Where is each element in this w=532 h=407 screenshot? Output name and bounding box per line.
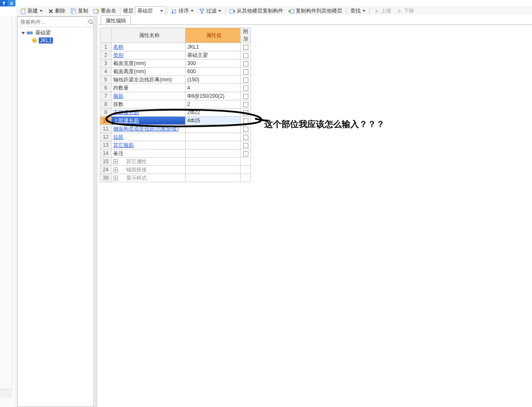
tree-root-node[interactable]: 基础梁 bbox=[19, 29, 93, 37]
property-row[interactable]: 5轴线距梁左边线距离(mm)(150) bbox=[100, 76, 251, 84]
checkbox-icon[interactable] bbox=[243, 110, 248, 115]
property-name-cell[interactable]: 上部通长筋 bbox=[111, 117, 186, 125]
checkbox-icon[interactable] bbox=[243, 151, 248, 156]
property-add-cell[interactable] bbox=[241, 141, 251, 149]
property-add-cell[interactable] bbox=[241, 84, 251, 92]
checkbox-icon[interactable] bbox=[243, 61, 248, 66]
property-name-cell[interactable]: 跨数量 bbox=[111, 84, 186, 92]
checkbox-icon[interactable] bbox=[243, 69, 248, 75]
search-button[interactable] bbox=[87, 17, 94, 27]
property-row[interactable]: 6跨数量4 bbox=[100, 84, 251, 92]
property-name-cell[interactable]: 轴线距梁左边线距离(mm) bbox=[111, 76, 186, 84]
property-name[interactable]: 名称 bbox=[113, 44, 124, 50]
checkbox-icon[interactable] bbox=[243, 127, 248, 132]
checkbox-icon[interactable] bbox=[243, 135, 248, 140]
expand-toggle-icon[interactable]: + bbox=[113, 176, 118, 180]
property-name-cell[interactable]: +其它属性 bbox=[111, 158, 186, 166]
property-add-cell[interactable] bbox=[241, 125, 251, 133]
property-value-cell[interactable]: 4Φ25 bbox=[186, 117, 241, 125]
property-value-cell[interactable] bbox=[186, 133, 241, 141]
property-name-cell[interactable]: 侧面构造或受扭筋(总配筋值) bbox=[111, 125, 186, 133]
checkbox-icon[interactable] bbox=[243, 143, 248, 148]
property-value-cell[interactable]: (150) bbox=[186, 76, 241, 84]
property-add-cell[interactable] bbox=[241, 92, 251, 100]
expand-toggle-icon[interactable]: + bbox=[113, 159, 118, 164]
property-name-cell[interactable]: 其它箍筋 bbox=[111, 141, 186, 149]
property-value-cell[interactable] bbox=[186, 158, 241, 166]
property-add-cell[interactable] bbox=[241, 109, 251, 117]
checkbox-icon[interactable] bbox=[243, 53, 248, 58]
property-name-cell[interactable]: 名称 bbox=[111, 43, 186, 51]
property-name[interactable]: 上部通长筋 bbox=[113, 118, 139, 124]
property-row[interactable]: 3截面宽度(mm)300 bbox=[100, 59, 251, 68]
property-add-cell[interactable] bbox=[241, 51, 251, 59]
property-name-cell[interactable]: 下部通长筋 bbox=[111, 109, 186, 117]
property-row[interactable]: 13其它箍筋 bbox=[100, 141, 251, 149]
property-value-cell[interactable]: 2 bbox=[186, 100, 241, 109]
property-row[interactable]: 8肢数2 bbox=[100, 100, 251, 109]
property-name-cell[interactable]: 截面宽度(mm) bbox=[111, 59, 186, 68]
property-value-cell[interactable]: Φ8@150/200(2) bbox=[186, 92, 241, 100]
property-value-cell[interactable] bbox=[186, 166, 241, 174]
property-name-cell[interactable]: +锚固搭接 bbox=[111, 166, 186, 174]
property-add-cell[interactable] bbox=[241, 166, 251, 174]
checkbox-icon[interactable] bbox=[243, 118, 248, 124]
property-name[interactable]: 拉筋 bbox=[113, 134, 124, 140]
property-name-cell[interactable]: 箍筋 bbox=[111, 92, 186, 100]
property-row[interactable]: 7箍筋Φ8@150/200(2) bbox=[100, 92, 251, 100]
checkbox-icon[interactable] bbox=[243, 45, 248, 50]
property-add-cell[interactable] bbox=[241, 117, 251, 125]
expand-toggle-icon[interactable]: + bbox=[113, 168, 118, 172]
property-name[interactable]: 其它箍筋 bbox=[113, 142, 134, 148]
property-table[interactable]: 属性名称 属性值 附加 1名称JKL12类别基础主梁3截面宽度(mm)3004截… bbox=[100, 28, 251, 182]
new-button[interactable]: 新建 bbox=[18, 6, 45, 16]
property-value-cell[interactable] bbox=[186, 149, 241, 158]
component-tree[interactable]: 基础梁 JKL1 bbox=[18, 27, 93, 407]
property-row[interactable]: 4截面高度(mm)600 bbox=[100, 68, 251, 76]
property-add-cell[interactable] bbox=[241, 43, 251, 51]
property-name-cell[interactable]: 备注 bbox=[111, 149, 186, 158]
property-row[interactable]: 1名称JKL1 bbox=[100, 43, 251, 51]
property-add-cell[interactable] bbox=[241, 149, 251, 158]
property-add-cell[interactable] bbox=[241, 76, 251, 84]
property-add-cell[interactable] bbox=[241, 100, 251, 109]
copy-button[interactable]: 复制 bbox=[68, 6, 90, 16]
property-name-cell[interactable]: 截面高度(mm) bbox=[111, 68, 186, 76]
property-name[interactable]: 侧面构造或受扭筋(总配筋值) bbox=[113, 126, 179, 132]
property-name[interactable]: 下部通长筋 bbox=[113, 109, 139, 115]
property-row[interactable]: 11侧面构造或受扭筋(总配筋值) bbox=[100, 125, 251, 133]
property-add-cell[interactable] bbox=[241, 68, 251, 76]
property-editor-tab[interactable]: 属性编辑 bbox=[101, 16, 131, 25]
property-add-cell[interactable] bbox=[241, 174, 251, 182]
property-row[interactable]: 14备注 bbox=[100, 149, 251, 158]
vertical-splitter[interactable] bbox=[95, 16, 97, 407]
property-row[interactable]: 9下部通长筋2Φ22 bbox=[100, 109, 251, 117]
property-name[interactable]: 箍筋 bbox=[113, 93, 124, 99]
property-value-cell[interactable]: 600 bbox=[186, 68, 241, 76]
checkbox-icon[interactable] bbox=[243, 86, 248, 91]
close-tab[interactable] bbox=[8, 0, 15, 6]
tree-child-node[interactable]: JKL1 bbox=[19, 37, 93, 44]
property-add-cell[interactable] bbox=[241, 158, 251, 166]
property-name-cell[interactable]: 肢数 bbox=[111, 100, 186, 109]
property-row[interactable]: 24+锚固搭接 bbox=[100, 166, 251, 174]
property-row[interactable]: 10上部通长筋4Φ25 bbox=[100, 117, 251, 125]
property-row[interactable]: 2类别基础主梁 bbox=[100, 51, 251, 59]
property-name-cell[interactable]: 拉筋 bbox=[111, 133, 186, 141]
property-add-cell[interactable] bbox=[241, 133, 251, 141]
property-name-cell[interactable]: +显示样式 bbox=[111, 174, 186, 182]
checkbox-icon[interactable] bbox=[243, 94, 248, 99]
property-value-cell[interactable] bbox=[186, 141, 241, 149]
delete-button[interactable]: 删除 bbox=[46, 6, 68, 16]
search-input[interactable] bbox=[18, 19, 87, 25]
pin-tab[interactable] bbox=[0, 0, 8, 6]
checkbox-icon[interactable] bbox=[243, 78, 248, 83]
property-value-cell[interactable]: 2Φ22 bbox=[186, 109, 241, 117]
property-value-cell[interactable]: 4 bbox=[186, 84, 241, 92]
property-name[interactable]: 类别 bbox=[113, 52, 124, 58]
property-row[interactable]: 39+显示样式 bbox=[100, 174, 251, 182]
property-value-cell[interactable]: 300 bbox=[186, 59, 241, 68]
property-name-cell[interactable]: 类别 bbox=[111, 51, 186, 59]
property-row[interactable]: 12拉筋 bbox=[100, 133, 251, 141]
tree-expander-icon[interactable] bbox=[21, 31, 25, 35]
